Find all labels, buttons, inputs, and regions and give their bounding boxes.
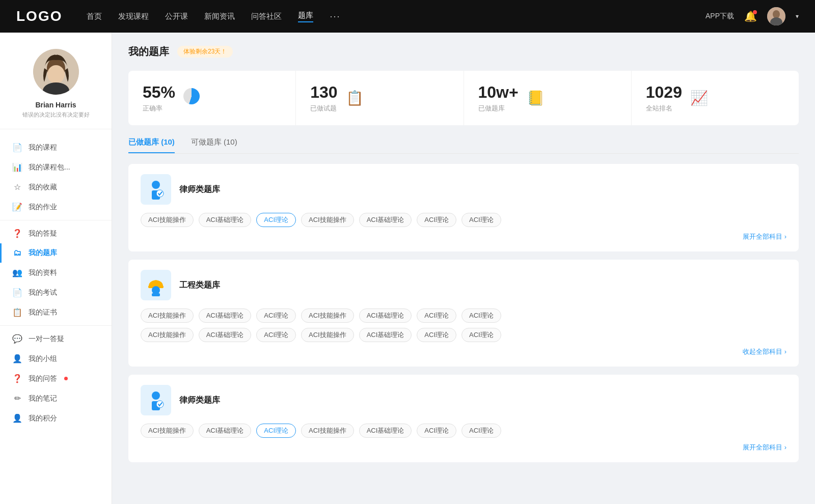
qa-icon: ❓ bbox=[12, 229, 22, 238]
tag-item-active[interactable]: ACI理论 bbox=[256, 213, 296, 227]
sidebar-item-packages[interactable]: 📊 我的课程包... bbox=[0, 157, 112, 177]
tag-item[interactable]: ACI基础理论 bbox=[199, 213, 252, 227]
tag-item[interactable]: ACI基础理论 bbox=[199, 328, 252, 342]
packages-icon: 📊 bbox=[12, 162, 22, 172]
stat-value: 130 bbox=[310, 83, 337, 102]
tag-item[interactable]: ACI基础理论 bbox=[199, 424, 252, 438]
main-content: 我的题库 体验剩余23天！ 55% 正确率 130 已做试题 📋 bbox=[112, 33, 815, 504]
tag-item[interactable]: ACI理论 bbox=[461, 309, 501, 323]
lawyer-icon bbox=[145, 178, 167, 201]
sidebar-item-notes[interactable]: ✏ 我的笔记 bbox=[0, 388, 112, 408]
tag-item[interactable]: ACI技能操作 bbox=[301, 328, 354, 342]
one-on-one-icon: 💬 bbox=[12, 334, 22, 344]
nav-opencourse[interactable]: 公开课 bbox=[165, 12, 188, 21]
tag-item[interactable]: ACI技能操作 bbox=[301, 213, 354, 227]
sidebar-item-certificates[interactable]: 📋 我的证书 bbox=[0, 302, 112, 322]
tag-item[interactable]: ACI基础理论 bbox=[359, 309, 412, 323]
sidebar-item-qa[interactable]: ❓ 我的答疑 bbox=[0, 223, 112, 243]
user-menu-chevron[interactable]: ▾ bbox=[796, 13, 799, 20]
tag-item[interactable]: ACI理论 bbox=[417, 424, 456, 438]
svg-point-14 bbox=[152, 391, 160, 400]
user-avatar-nav[interactable] bbox=[767, 7, 785, 25]
sidebar-item-label: 我的证书 bbox=[29, 308, 57, 317]
tag-item[interactable]: ACI技能操作 bbox=[301, 424, 354, 438]
nav-qa[interactable]: 问答社区 bbox=[251, 12, 282, 21]
tag-item[interactable]: ACI基础理论 bbox=[359, 424, 412, 438]
sidebar-item-questions[interactable]: ❓ 我的问答 bbox=[0, 369, 112, 388]
sidebar-item-favorites[interactable]: ☆ 我的收藏 bbox=[0, 177, 112, 197]
bank-card-lawyer-2: 律师类题库 ACI技能操作 ACI基础理论 ACI理论 ACI技能操作 ACI基… bbox=[128, 375, 799, 462]
nav-more[interactable]: ··· bbox=[330, 11, 340, 22]
materials-icon: 👥 bbox=[12, 268, 22, 277]
user-avatar-icon bbox=[767, 7, 785, 25]
tag-item[interactable]: ACI理论 bbox=[256, 309, 296, 323]
bank-title: 律师类题库 bbox=[179, 395, 220, 406]
tag-item[interactable]: ACI理论 bbox=[417, 328, 456, 342]
tag-item[interactable]: ACI理论 bbox=[417, 213, 456, 227]
tag-item[interactable]: ACI基础理论 bbox=[359, 328, 412, 342]
tag-item[interactable]: ACI理论 bbox=[256, 328, 296, 342]
sidebar-item-homework[interactable]: 📝 我的作业 bbox=[0, 197, 112, 217]
nav-home[interactable]: 首页 bbox=[87, 12, 102, 21]
tag-item[interactable]: ACI基础理论 bbox=[359, 213, 412, 227]
sidebar-avatar bbox=[33, 49, 79, 95]
stat-text: 130 已做试题 bbox=[310, 83, 337, 113]
tag-item[interactable]: ACI理论 bbox=[417, 309, 456, 323]
tab-done[interactable]: 已做题库 (10) bbox=[128, 137, 175, 153]
sidebar-item-points[interactable]: 👤 我的积分 bbox=[0, 408, 112, 428]
nav-question-bank[interactable]: 题库 bbox=[298, 11, 313, 22]
courses-icon: 📄 bbox=[12, 143, 22, 152]
sidebar-item-courses[interactable]: 📄 我的课程 bbox=[0, 137, 112, 157]
svg-point-6 bbox=[47, 65, 65, 83]
sidebar-item-label: 我的收藏 bbox=[29, 183, 57, 192]
sidebar-item-label: 我的资料 bbox=[29, 268, 57, 277]
tag-item[interactable]: ACI技能操作 bbox=[141, 328, 194, 342]
tag-item-active[interactable]: ACI理论 bbox=[256, 424, 296, 438]
sidebar-item-groups[interactable]: 👤 我的小组 bbox=[0, 349, 112, 369]
sidebar-motto: 错误的决定比没有决定要好 bbox=[22, 111, 90, 119]
tab-available[interactable]: 可做题库 (10) bbox=[191, 137, 237, 153]
stats-row: 55% 正确率 130 已做试题 📋 10w+ 已做题库 📒 bbox=[128, 71, 799, 125]
app-download-button[interactable]: APP下载 bbox=[705, 12, 734, 21]
nav-discover[interactable]: 发现课程 bbox=[118, 12, 149, 21]
bank-icon-wrapper bbox=[141, 270, 171, 300]
sidebar-profile: Brian Harris 错误的决定比没有决定要好 bbox=[0, 49, 112, 129]
navbar-right: APP下载 🔔 ▾ bbox=[705, 7, 799, 25]
tag-item[interactable]: ACI技能操作 bbox=[301, 309, 354, 323]
bank-title: 工程类题库 bbox=[179, 280, 220, 291]
bank-card-header: 律师类题库 bbox=[141, 174, 786, 205]
lawyer-icon-2 bbox=[145, 389, 167, 411]
tag-item[interactable]: ACI基础理论 bbox=[199, 309, 252, 323]
tag-item[interactable]: ACI技能操作 bbox=[141, 424, 194, 438]
svg-rect-13 bbox=[152, 293, 160, 296]
tag-item[interactable]: ACI理论 bbox=[461, 328, 501, 342]
sidebar-item-question-bank[interactable]: 🗂 我的题库 bbox=[0, 243, 112, 263]
sidebar-item-exams[interactable]: 📄 我的考试 bbox=[0, 283, 112, 302]
sidebar-username: Brian Harris bbox=[35, 101, 76, 109]
bank-collapse-button[interactable]: 收起全部科目 › bbox=[141, 347, 786, 356]
bank-expand-button[interactable]: 展开全部科目 › bbox=[141, 232, 786, 241]
tag-item[interactable]: ACI技能操作 bbox=[141, 213, 194, 227]
nav-menu: 首页 发现课程 公开课 新闻资讯 问答社区 题库 ··· bbox=[87, 11, 705, 22]
tag-item[interactable]: ACI理论 bbox=[461, 424, 501, 438]
sidebar-item-label: 一对一答疑 bbox=[29, 334, 64, 344]
sidebar-item-label: 我的问答 bbox=[29, 374, 57, 383]
nav-news[interactable]: 新闻资讯 bbox=[204, 12, 235, 21]
stat-value: 10w+ bbox=[478, 83, 519, 102]
tag-item[interactable]: ACI技能操作 bbox=[141, 309, 194, 323]
svg-point-16 bbox=[156, 401, 164, 408]
bank-title: 律师类题库 bbox=[179, 184, 220, 195]
svg-point-12 bbox=[152, 286, 160, 294]
engineer-icon bbox=[145, 274, 167, 296]
bank-card-header: 律师类题库 bbox=[141, 385, 786, 415]
notification-bell[interactable]: 🔔 bbox=[744, 10, 757, 22]
tag-item[interactable]: ACI理论 bbox=[461, 213, 501, 227]
sidebar: Brian Harris 错误的决定比没有决定要好 📄 我的课程 📊 我的课程包… bbox=[0, 33, 112, 504]
sidebar-item-one-on-one[interactable]: 💬 一对一答疑 bbox=[0, 329, 112, 349]
favorites-icon: ☆ bbox=[12, 182, 22, 192]
svg-point-1 bbox=[773, 10, 780, 18]
bank-expand-button-2[interactable]: 展开全部科目 › bbox=[141, 443, 786, 452]
sidebar-item-materials[interactable]: 👥 我的资料 bbox=[0, 263, 112, 283]
stat-value: 55% bbox=[143, 83, 175, 102]
stat-label: 已做试题 bbox=[310, 104, 337, 113]
